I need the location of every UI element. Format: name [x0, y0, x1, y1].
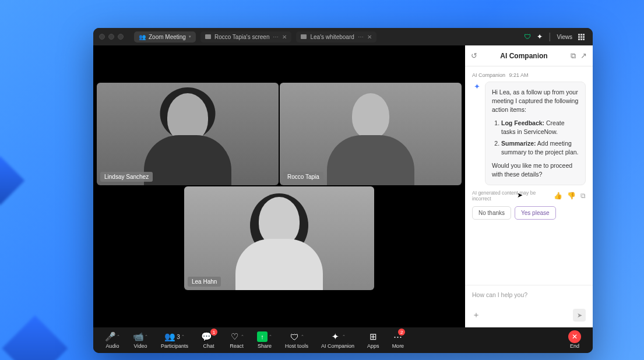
send-icon[interactable]: ➤ [573, 309, 586, 322]
react-button[interactable]: ♡⌃ React [224, 330, 249, 350]
video-tile[interactable]: Lindsay Sanchez [97, 83, 279, 185]
more-badge: 2 [398, 329, 405, 336]
participant-name: Rocco Tapia [283, 172, 323, 182]
people-icon: 👥 [164, 331, 175, 342]
chevron-up-icon: ⌃ [117, 334, 120, 339]
whiteboard-icon [301, 34, 307, 39]
chevron-up-icon: ⌃ [301, 334, 304, 339]
plus-icon[interactable]: ＋ [472, 310, 480, 320]
action-item: Summarize: Add meeting summary to the pr… [501, 139, 579, 157]
screen-icon [205, 34, 211, 39]
grid-icon[interactable] [578, 34, 585, 40]
meeting-toolbar: 🎤⌃ Audio 📹⌃ Video 👥3⌃ Participants 1 💬⌃ … [93, 327, 593, 353]
external-link-icon[interactable]: ↗ [580, 51, 587, 60]
yes-please-button[interactable]: Yes please [515, 206, 556, 220]
heart-icon: ♡ [229, 331, 240, 342]
close-icon[interactable]: ✕ [367, 34, 372, 40]
chat-button[interactable]: 1 💬⌃ Chat [196, 330, 221, 350]
message-meta: AI Companion 9:21 AM [472, 72, 586, 78]
ai-input-area: How can I help you? ＋ ➤ [465, 285, 593, 327]
ai-panel-header: ↺ AI Companion ⧉ ↗ [465, 45, 593, 66]
minimize-window[interactable] [108, 34, 114, 40]
shield-icon[interactable]: 🛡 [524, 33, 531, 41]
ai-companion-button[interactable]: ✦⌃ AI Companion [316, 330, 359, 350]
mic-icon: 🎤 [105, 331, 115, 342]
tab-label: Lea's whiteboard [310, 34, 354, 40]
tab-menu-icon[interactable]: ⋯ [358, 34, 364, 40]
main-tab[interactable]: 👥 Zoom Meeting ▾ [134, 31, 196, 43]
feedback-row: AI generated content may be incorrect 👍 … [472, 190, 586, 202]
share-icon: ↑ [257, 331, 268, 342]
zoom-window: 👥 Zoom Meeting ▾ Rocco Tapia's screen ⋯ … [93, 28, 593, 353]
chevron-up-icon: ⌃ [269, 334, 272, 339]
popout-icon[interactable]: ⧉ [571, 51, 576, 61]
tab-whiteboard[interactable]: Lea's whiteboard ⋯ ✕ [296, 31, 376, 43]
message-time: 9:21 AM [509, 72, 529, 78]
host-tools-button[interactable]: 🛡⌃ Host tools [280, 330, 313, 350]
copy-icon[interactable]: ⧉ [580, 192, 586, 200]
video-grid: Lindsay Sanchez Rocco Tapia Lea [93, 45, 465, 327]
views-label[interactable]: Views [557, 34, 573, 40]
msg-intro: Hi Lea, as a follow up from your meeting… [492, 88, 579, 115]
thumbs-down-icon[interactable]: 👎 [567, 192, 576, 200]
no-thanks-button[interactable]: No thanks [472, 206, 511, 220]
close-icon[interactable]: ✕ [282, 34, 287, 40]
tab-menu-icon[interactable]: ⋯ [273, 34, 279, 40]
end-icon: ✕ [568, 330, 581, 343]
video-tile[interactable]: Lea Hahn [184, 186, 374, 290]
ai-input[interactable]: How can I help you? [472, 291, 586, 298]
audio-button[interactable]: 🎤⌃ Audio [100, 330, 125, 350]
participant-name: Lindsay Sanchez [100, 172, 153, 182]
thumbs-up-icon[interactable]: 👍 [554, 192, 562, 200]
chevron-up-icon: ⌃ [181, 334, 185, 339]
chevron-down-icon: ▾ [189, 34, 191, 39]
more-button[interactable]: 2 ⋯ More [388, 330, 409, 350]
history-icon[interactable]: ↺ [471, 51, 477, 60]
sparkle-icon: ✦ [330, 331, 341, 342]
tab-screen-share[interactable]: Rocco Tapia's screen ⋯ ✕ [200, 31, 292, 43]
video-button[interactable]: 📹⌃ Video [128, 330, 153, 350]
video-tile[interactable]: Rocco Tapia [280, 83, 462, 185]
chevron-up-icon: ⌃ [145, 334, 148, 339]
participant-name: Lea Hahn [188, 277, 221, 287]
camera-icon: 📹 [133, 331, 143, 342]
chat-badge: 1 [210, 329, 217, 336]
sparkle-icon[interactable]: ✦ [537, 33, 543, 41]
maximize-window[interactable] [118, 34, 124, 40]
sparkle-icon: ✦ [472, 82, 481, 91]
disclaimer-text: AI generated content may be incorrect [472, 190, 544, 202]
chevron-up-icon: ⌃ [241, 334, 244, 339]
main-tab-label: Zoom Meeting [149, 34, 186, 40]
participants-button[interactable]: 👥3⌃ Participants [156, 330, 193, 350]
ai-panel-title: AI Companion [482, 52, 566, 60]
tab-label: Rocco Tapia's screen [214, 34, 270, 40]
sender-name: AI Companion [472, 72, 505, 78]
window-controls [99, 34, 124, 40]
titlebar: 👥 Zoom Meeting ▾ Rocco Tapia's screen ⋯ … [93, 28, 593, 45]
close-window[interactable] [99, 34, 105, 40]
ai-message: Hi Lea, as a follow up from your meeting… [485, 82, 586, 185]
apps-button[interactable]: ⊞ Apps [363, 330, 384, 350]
chevron-up-icon: ⌃ [342, 334, 346, 339]
shield-icon: 🛡 [289, 331, 300, 342]
msg-outro: Would you like me to proceed with these … [492, 161, 579, 179]
ai-companion-panel: ↺ AI Companion ⧉ ↗ AI Companion 9:21 AM … [465, 45, 593, 327]
apps-icon: ⊞ [368, 331, 378, 342]
action-item: Log Feedback: Create tasks in ServiceNow… [501, 119, 579, 136]
end-button[interactable]: ✕ End [564, 330, 586, 350]
share-button[interactable]: ↑⌃ Share [252, 330, 277, 350]
people-icon: 👥 [139, 34, 146, 40]
